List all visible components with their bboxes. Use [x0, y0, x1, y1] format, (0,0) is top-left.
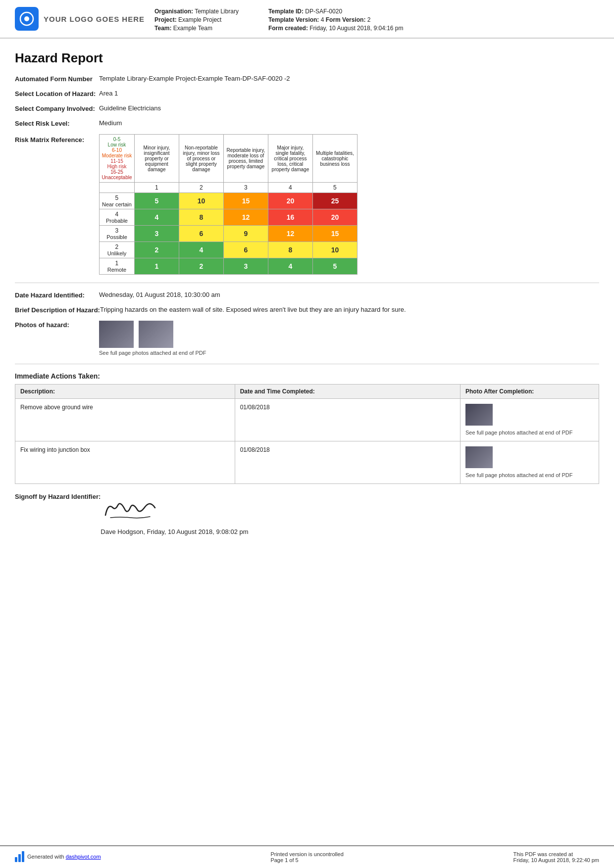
matrix-cell: 16 [268, 209, 312, 226]
select-location-label: Select Location of Hazard: [15, 90, 99, 97]
matrix-cell: 1 [134, 258, 179, 275]
date-hazard-label: Date Hazard Identified: [15, 291, 99, 299]
template-version-field: Template Version: 4 Form Version: 2 [268, 16, 404, 23]
select-location-row: Select Location of Hazard: Area 1 [15, 90, 599, 97]
signoff-row: Signoff by Hazard Identifier: Dave Hodgs… [15, 493, 599, 535]
select-risk-row: Select Risk Level: Medium [15, 119, 599, 127]
matrix-cell: 20 [312, 209, 357, 226]
likelihood-label: 2Unlikely [100, 242, 135, 258]
automated-form-value: Template Library-Example Project-Example… [99, 75, 599, 82]
risk-matrix-label: Risk Matrix Reference: [15, 134, 99, 144]
matrix-cell: 2 [134, 242, 179, 258]
risk-matrix-table: 0-5 Low risk 6-10 Moderate risk 11-15 Hi… [99, 134, 358, 275]
matrix-cell: 10 [312, 242, 357, 258]
signature [101, 493, 248, 525]
photos-value: See full page photos attached at end of … [99, 321, 599, 356]
matrix-cell: 6 [179, 226, 223, 242]
photo-thumbnails [99, 321, 599, 348]
photo-thumb-1 [99, 321, 134, 348]
brief-description-value: Tripping hazards on the eastern wall of … [100, 306, 599, 313]
matrix-cell: 5 [312, 258, 357, 275]
matrix-cell: 6 [223, 242, 268, 258]
select-company-row: Select Company Involved: Guideline Elect… [15, 104, 599, 112]
likelihood-label: 4Probable [100, 209, 135, 226]
signoff-value: Dave Hodgson, Friday, 10 August 2018, 9:… [101, 528, 248, 535]
matrix-cell: 3 [134, 226, 179, 242]
actions-col2-header: Date and Time Completed: [235, 385, 460, 399]
divider-1 [15, 283, 599, 283]
signoff-content: Dave Hodgson, Friday, 10 August 2018, 9:… [101, 493, 248, 535]
select-company-label: Select Company Involved: [15, 104, 99, 112]
header-logo: YOUR LOGO GOES HERE [15, 6, 145, 32]
matrix-cell: 10 [179, 193, 223, 209]
matrix-cell: 2 [179, 258, 223, 275]
photo-thumb-2 [139, 321, 173, 348]
select-risk-label: Select Risk Level: [15, 119, 99, 127]
photos-row: Photos of hazard: See full page photos a… [15, 321, 599, 356]
photos-caption: See full page photos attached at end of … [99, 350, 599, 356]
page-info: Page 1 of 5 [270, 857, 343, 863]
uncontrolled-text: Printed version is uncontrolled [270, 851, 343, 857]
matrix-cell: 25 [312, 193, 357, 209]
footer-brand-link[interactable]: dashpivot.com [66, 854, 101, 860]
select-risk-value: Medium [99, 119, 599, 127]
action-description: Fix wiring into junction box [15, 441, 235, 484]
actions-col1-header: Description: [15, 385, 235, 399]
risk-matrix-wrapper: 0-5 Low risk 6-10 Moderate risk 11-15 Hi… [99, 134, 358, 275]
action-date: 01/08/2018 [235, 399, 460, 441]
header-meta-right: Template ID: DP-SAF-0020 Template Versio… [268, 8, 404, 32]
dashpivot-icon [15, 851, 24, 862]
matrix-cell: 8 [179, 209, 223, 226]
signature-svg [101, 493, 160, 523]
brief-description-row: Brief Description of Hazard: Tripping ha… [15, 306, 599, 314]
logo-icon [15, 7, 39, 31]
matrix-cell: 3 [223, 258, 268, 275]
logo-text: YOUR LOGO GOES HERE [44, 15, 145, 23]
content: Hazard Report Automated Form Number Temp… [0, 39, 614, 845]
matrix-cell: 8 [268, 242, 312, 258]
matrix-cell: 4 [268, 258, 312, 275]
header-meta-left: Organisation: Template Library Project: … [154, 8, 239, 32]
action-photo: See full page photos attached at end of … [460, 441, 599, 484]
pdf-created-text: This PDF was created at [513, 851, 599, 857]
matrix-cell: 9 [223, 226, 268, 242]
brief-description-label: Brief Description of Hazard: [15, 306, 100, 314]
header-meta: Organisation: Template Library Project: … [154, 6, 599, 32]
select-location-value: Area 1 [99, 90, 599, 97]
footer-generated-text: Generated with dashpivot.com [27, 854, 101, 860]
table-row: Fix wiring into junction box01/08/2018Se… [15, 441, 599, 484]
pdf-created-value: Friday, 10 August 2018, 9:22:40 pm [513, 857, 599, 863]
likelihood-label: 3Possible [100, 226, 135, 242]
footer-logo: Generated with dashpivot.com [15, 851, 101, 862]
likelihood-label: 1Remote [100, 258, 135, 275]
org-field: Organisation: Template Library [154, 8, 239, 15]
footer-uncontrolled: Printed version is uncontrolled Page 1 o… [270, 851, 343, 863]
header: YOUR LOGO GOES HERE Organisation: Templa… [0, 0, 614, 39]
signoff-label: Signoff by Hazard Identifier: [15, 493, 101, 500]
divider-2 [15, 364, 599, 364]
date-hazard-value: Wednesday, 01 August 2018, 10:30:00 am [99, 291, 599, 298]
form-created-field: Form created: Friday, 10 August 2018, 9:… [268, 25, 404, 32]
matrix-cell: 5 [134, 193, 179, 209]
template-id-field: Template ID: DP-SAF-0020 [268, 8, 404, 15]
footer: Generated with dashpivot.com Printed ver… [0, 845, 614, 868]
matrix-cell: 15 [223, 193, 268, 209]
action-description: Remove above ground wire [15, 399, 235, 441]
action-date: 01/08/2018 [235, 441, 460, 484]
actions-col3-header: Photo After Completion: [460, 385, 599, 399]
footer-pdf-info: This PDF was created at Friday, 10 Augus… [513, 851, 599, 863]
project-field: Project: Example Project [154, 16, 239, 23]
matrix-cell: 20 [268, 193, 312, 209]
likelihood-label: 5Near certain [100, 193, 135, 209]
immediate-actions-title: Immediate Actions Taken: [15, 372, 599, 380]
report-title: Hazard Report [15, 50, 599, 66]
actions-table: Description: Date and Time Completed: Ph… [15, 384, 599, 484]
action-photo: See full page photos attached at end of … [460, 399, 599, 441]
automated-form-row: Automated Form Number Template Library-E… [15, 75, 599, 83]
matrix-cell: 12 [268, 226, 312, 242]
photos-label: Photos of hazard: [15, 321, 99, 329]
matrix-cell: 15 [312, 226, 357, 242]
automated-form-label: Automated Form Number [15, 75, 99, 83]
date-hazard-row: Date Hazard Identified: Wednesday, 01 Au… [15, 291, 599, 299]
select-company-value: Guideline Electricians [99, 104, 599, 112]
